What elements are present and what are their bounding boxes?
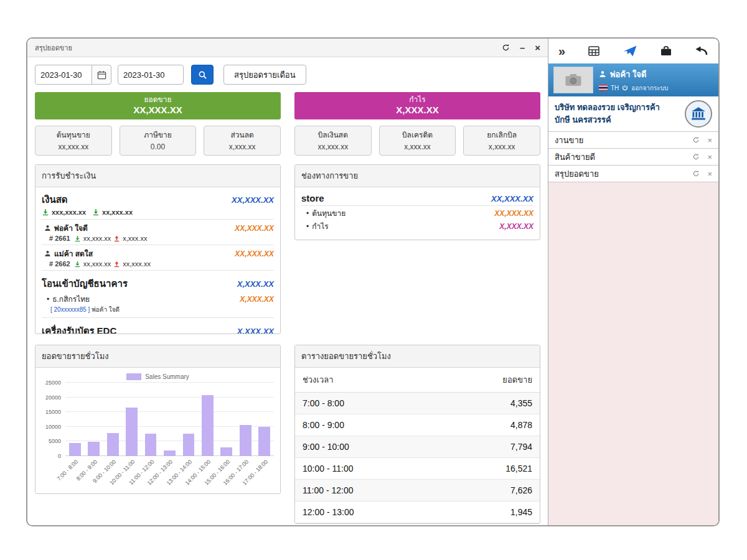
bank-icon	[685, 100, 712, 128]
cashier-row: แม่ค้า สดใส XX,XXX.XX	[42, 245, 274, 259]
table-panel-header: ตารางยอดขายรายชั่วโมง	[295, 345, 540, 368]
window-title: สรุปยอดขาย	[35, 42, 492, 54]
payments-panel: การรับชำระเงิน เงินสด XX,XXX.XX xxx,xxx.…	[35, 164, 281, 334]
refresh-icon[interactable]	[692, 136, 700, 144]
x-tick-slot: 17:00 - 18:00	[255, 456, 274, 490]
chart-bars	[65, 383, 274, 456]
company-name: บริษัท ทดลองรวย เจริญการค้า	[555, 101, 680, 114]
transfer-account-number: [ 20xxxxxx85 ]	[50, 306, 90, 313]
refresh-icon[interactable]	[692, 170, 700, 177]
cashier-row: พ่อค้า ใจดี XX,XXX.XX	[42, 220, 274, 234]
transfer-total-row: โอนเข้าบัญชีธนาคาร X,XXX.XX	[42, 274, 274, 292]
legend-label: Sales Summary	[145, 373, 189, 380]
stat-credit-bills: บิลเครดิต x,xxx.xx	[379, 126, 456, 156]
stat-value: 0.00	[121, 142, 195, 151]
cash-in-icon	[74, 235, 81, 242]
search-button[interactable]	[191, 65, 214, 85]
window-refresh-button[interactable]	[502, 44, 510, 52]
power-icon[interactable]	[622, 85, 628, 91]
camera-icon	[565, 73, 582, 87]
sidebar-menu-item[interactable]: สินค้าขายดี×	[548, 149, 718, 166]
bar-slot	[217, 383, 236, 456]
store-cost-label: ต้นทุนขาย	[312, 207, 345, 219]
date-to-input[interactable]	[118, 65, 184, 85]
sales-value-cell: 4,878	[510, 420, 532, 430]
user-icon	[599, 70, 606, 78]
user-name: พ่อค้า ใจดี	[610, 68, 646, 81]
stat-discount: ส่วนลด x,xxx.xx	[204, 126, 281, 156]
cash-breakdown-row: xxx,xxx.xx xx,xxx.xx	[42, 208, 274, 220]
report-table-icon[interactable]	[588, 45, 600, 57]
window-close-button[interactable]: ×	[535, 43, 540, 52]
date-from-input[interactable]	[35, 65, 92, 85]
send-icon[interactable]	[622, 45, 637, 57]
time-range-cell: 11:00 - 12:00	[303, 485, 353, 495]
cash-in-amount: xxx,xxx.xx	[52, 208, 86, 216]
cashier-in-amount: xx,xxx.xx	[83, 260, 111, 268]
calendar-button[interactable]	[92, 65, 111, 85]
bar-slot	[179, 383, 198, 456]
time-range-cell: 7:00 - 8:00	[303, 398, 344, 408]
chart-bar	[69, 443, 81, 456]
stat-value: xx,xxx.xx	[37, 142, 110, 151]
bar-slot	[122, 383, 141, 456]
bill-number: # 2661	[49, 235, 70, 242]
time-range-cell: 12:00 - 13:00	[303, 507, 354, 517]
sidebar-menu-item[interactable]: สรุปยอดขาย×	[548, 166, 718, 182]
channels-panel-body: store XX,XXX.XX •ต้นทุนขาย XX,XXX.XX •กำ…	[295, 187, 540, 236]
bullet: •	[306, 222, 309, 231]
sidebar-menu: งานขาย×สินค้าขายดี×สรุปยอดขาย×	[548, 132, 718, 182]
refresh-icon[interactable]	[692, 153, 700, 161]
close-icon[interactable]: ×	[707, 153, 712, 161]
sales-value-cell: 4,355	[510, 398, 532, 408]
chart-bar	[88, 442, 100, 456]
channels-panel-header: ช่องทางการขาย	[295, 165, 540, 187]
bar-slot	[198, 383, 217, 456]
bar-slot	[141, 383, 160, 456]
cash-out-icon	[113, 261, 120, 268]
stat-value: x,xxx.xx	[381, 142, 454, 151]
hourly-chart-panel: ยอดขายรายชั่วโมง Sales Summary 050001000…	[35, 345, 281, 494]
sales-banner-label: ยอดขาย	[144, 95, 171, 105]
close-icon[interactable]: ×	[707, 170, 712, 178]
y-tick-label: 25000	[45, 380, 61, 386]
company-text: บริษัท ทดลองรวย เจริญการค้า บักษี นครสวร…	[555, 101, 680, 126]
bill-number: # 2662	[49, 260, 70, 268]
store-profit-value: X,XXX.XX	[499, 222, 533, 231]
cashier-name-wrap: พ่อค้า ใจดี	[44, 222, 88, 234]
cash-in-icon	[74, 261, 81, 268]
sales-banner: ยอดขาย XX,XXX.XX	[35, 92, 281, 119]
table-row: 7:00 - 8:004,355	[295, 393, 540, 414]
hourly-table-body: 7:00 - 8:004,3558:00 - 9:004,8789:00 - 1…	[295, 393, 540, 523]
bar-slot	[160, 383, 179, 456]
bar-slot	[65, 383, 84, 456]
chart-panel-body: Sales Summary 0500010000150002000025000 …	[35, 368, 280, 493]
logout-link[interactable]: ออกจากระบบ	[631, 83, 668, 93]
sidebar-menu-item[interactable]: งานขาย×	[548, 132, 718, 149]
user-photo[interactable]	[553, 67, 593, 93]
column-time-label: ช่วงเวลา	[303, 373, 333, 386]
stat-value: x,xxx.xx	[205, 142, 279, 151]
payments-panel-body: เงินสด XX,XXX.XX xxx,xxx.xx xx,xxx.xx	[35, 187, 280, 334]
y-tick-label: 0	[58, 453, 61, 459]
cash-out-icon	[113, 235, 120, 242]
search-icon	[198, 70, 207, 80]
briefcase-icon[interactable]	[660, 45, 672, 57]
stat-value: x,xxx.xx	[465, 142, 538, 151]
language-label[interactable]: TH	[611, 85, 619, 91]
undo-icon[interactable]	[695, 45, 708, 57]
company-panel: บริษัท ทดลองรวย เจริญการค้า บักษี นครสวร…	[548, 96, 718, 132]
menu-item-label: สินค้าขายดี	[555, 151, 685, 164]
person-icon	[44, 225, 51, 231]
collapse-sidebar-icon[interactable]: »	[558, 45, 565, 57]
store-label: store	[301, 193, 324, 203]
bullet: •	[306, 209, 309, 218]
chart-panel-header: ยอดขายรายชั่วโมง	[35, 345, 280, 368]
edc-label: เครื่องรับบัตร EDC	[42, 324, 116, 334]
y-tick-label: 20000	[45, 394, 61, 401]
window-minimize-button[interactable]: –	[520, 43, 525, 52]
cashier-name: พ่อค้า ใจดี	[54, 222, 88, 234]
monthly-summary-button[interactable]: สรุปยอดรายเดือน	[223, 65, 306, 85]
chart-bar	[202, 395, 214, 456]
close-icon[interactable]: ×	[707, 136, 712, 144]
